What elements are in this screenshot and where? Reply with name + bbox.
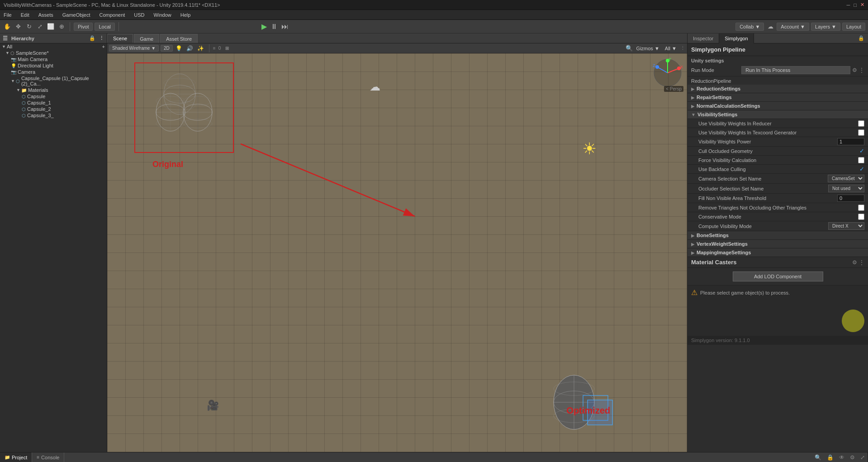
render-mode-btn[interactable]: Shaded Wireframe ▼ bbox=[109, 45, 159, 52]
toolbar-rotate[interactable]: ↻ bbox=[24, 22, 33, 31]
bottom-eye-icon[interactable]: 👁 bbox=[836, 454, 847, 461]
hierarchy-capsule-2[interactable]: ⬡ Capsule_2 bbox=[0, 106, 107, 112]
play-button[interactable]: ▶ bbox=[261, 22, 267, 31]
2d-btn[interactable]: 2D bbox=[161, 45, 173, 52]
grid-icon[interactable]: ⊞ bbox=[223, 44, 232, 53]
gizmos-btn[interactable]: Gizmos ▼ bbox=[635, 46, 661, 51]
bottom-tabs: 📁 Project ≡ Console 🔍 🔒 👁 ⚙ ⤢ bbox=[0, 452, 868, 462]
section-repair-settings[interactable]: ▶ RepairSettings bbox=[688, 93, 868, 102]
materials-arrow: ▼ bbox=[16, 88, 20, 92]
menu-window[interactable]: Window bbox=[152, 11, 173, 19]
hierarchy-camera[interactable]: 📷 Camera bbox=[0, 69, 107, 75]
section-normal-settings[interactable]: ▶ NormalCalculationSettings bbox=[688, 102, 868, 110]
hierarchy-main-camera[interactable]: 📷 Main Camera bbox=[0, 56, 107, 62]
dropdown-occluder-selection[interactable]: Not used bbox=[828, 185, 864, 192]
hierarchy-lock-icon[interactable]: 🔒 bbox=[89, 35, 95, 41]
row-occluder-selection: Occluder Selection Set Name Not used bbox=[688, 184, 868, 194]
bottom-expand-icon[interactable]: ⤢ bbox=[858, 454, 868, 461]
warning-icon: ⚠ bbox=[691, 288, 697, 297]
toolbar-scale[interactable]: ⤢ bbox=[35, 22, 44, 31]
hierarchy-directional-light[interactable]: 💡 Directional Light bbox=[0, 62, 107, 69]
material-settings-icon[interactable]: ⚙ bbox=[852, 259, 857, 266]
menu-edit[interactable]: Edit bbox=[19, 11, 31, 19]
pause-button[interactable]: ⏸ bbox=[270, 23, 278, 31]
section-visibility-settings[interactable]: ▼ VisibilitySettings bbox=[688, 110, 868, 119]
tab-asset-store[interactable]: Asset Store bbox=[160, 34, 198, 43]
run-menu-icon[interactable]: ⋮ bbox=[859, 67, 864, 73]
layout-button[interactable]: Layout bbox=[842, 23, 865, 31]
bottom-search-icon[interactable]: 🔍 bbox=[812, 454, 824, 461]
search-icon[interactable]: 🔍 bbox=[626, 45, 633, 52]
check-conservative-mode[interactable] bbox=[858, 214, 864, 220]
menu-gameobject[interactable]: GameObject bbox=[61, 11, 92, 19]
hierarchy-menu-icon[interactable]: ☰ bbox=[3, 35, 8, 42]
collab-button[interactable]: Collab ▼ bbox=[735, 23, 764, 31]
simplygon-title: Simplygon Pipeline bbox=[691, 46, 745, 53]
hierarchy-add-icon[interactable]: + bbox=[102, 44, 105, 49]
dropdown-camera-selection[interactable]: CameraSet bbox=[828, 175, 864, 182]
menu-file[interactable]: File bbox=[2, 11, 14, 19]
mapping-arrow: ▶ bbox=[691, 250, 695, 255]
cloud-icon[interactable]: ☁ bbox=[766, 22, 775, 31]
bottom-layout: 📁 Project ≡ Console 🔍 🔒 👁 ⚙ ⤢ + ⋮ bbox=[0, 452, 868, 462]
input-fill-non-visible[interactable] bbox=[837, 195, 864, 202]
toolbar-rect[interactable]: ⬜ bbox=[46, 22, 55, 31]
run-settings-icon[interactable]: ⚙ bbox=[852, 67, 857, 73]
toolbar: ✋ ✥ ↻ ⤢ ⬜ ⊕ Pivot Local ▶ ⏸ ⏭ Collab ▼ ☁… bbox=[0, 20, 868, 33]
layers-button[interactable]: Layers ▼ bbox=[811, 23, 840, 31]
account-button[interactable]: Account ▼ bbox=[777, 23, 809, 31]
section-bone-settings[interactable]: ▶ BoneSettings bbox=[688, 231, 868, 240]
tab-project-label: Project bbox=[12, 455, 27, 460]
tab-project[interactable]: 📁 Project bbox=[0, 452, 32, 462]
hierarchy-capsule-3[interactable]: ⬡ Capsule_3_ bbox=[0, 112, 107, 119]
close-btn[interactable]: ✕ bbox=[860, 2, 864, 8]
hierarchy-capsule[interactable]: ⬡ Capsule bbox=[0, 93, 107, 100]
hierarchy-all[interactable]: ▼ All + bbox=[0, 43, 107, 50]
hierarchy-capsule-group[interactable]: ▼ ⬡ Capsule_Capsule (1)_Capsule (2)_Ca..… bbox=[0, 75, 107, 87]
run-mode-row: Run Mode Run In This Process ⚙ ⋮ bbox=[688, 64, 868, 76]
check-vis-weights-reducer[interactable] bbox=[858, 120, 864, 127]
maximize-btn[interactable]: □ bbox=[854, 2, 857, 8]
check-vis-weights-texcoord[interactable] bbox=[858, 129, 864, 136]
material-menu-icon[interactable]: ⋮ bbox=[859, 259, 864, 266]
section-vertex-weight[interactable]: ▶ VertexWeightSettings bbox=[688, 240, 868, 248]
menu-usd[interactable]: USD bbox=[132, 11, 146, 19]
tab-simplygon[interactable]: Simplygon bbox=[719, 33, 754, 43]
bottom-lock-icon[interactable]: 🔒 bbox=[824, 454, 836, 461]
pivot-button[interactable]: Pivot bbox=[74, 23, 93, 31]
tab-inspector[interactable]: Inspector bbox=[688, 33, 719, 43]
bottom-options-icon[interactable]: ⚙ bbox=[847, 454, 858, 461]
toolbar-hand[interactable]: ✋ bbox=[3, 22, 12, 31]
effects-icon[interactable]: ✨ bbox=[196, 44, 205, 53]
hierarchy-samplescene[interactable]: ▼ ⬡ SampleScene* bbox=[0, 50, 107, 56]
scene-options-icon[interactable]: ⋮ bbox=[680, 45, 685, 51]
check-force-vis-calc[interactable] bbox=[858, 157, 864, 163]
section-reduction-settings[interactable]: ▶ ReductionSettings bbox=[688, 85, 868, 93]
tab-console[interactable]: ≡ Console bbox=[32, 452, 64, 462]
menu-help[interactable]: Help bbox=[179, 11, 193, 19]
menu-component[interactable]: Component bbox=[97, 11, 127, 19]
version-text: Simplygon version: 9.1.1.0 bbox=[691, 338, 750, 343]
hierarchy-capsule-1[interactable]: ⬡ Capsule_1 bbox=[0, 100, 107, 106]
tab-scene[interactable]: Scene bbox=[107, 34, 133, 43]
local-button[interactable]: Local bbox=[95, 23, 114, 31]
row-force-vis-calc: Force Visibility Calculation bbox=[688, 156, 868, 165]
check-remove-triangles[interactable] bbox=[858, 205, 864, 211]
audio-icon[interactable]: 🔊 bbox=[185, 44, 194, 53]
hierarchy-materials[interactable]: ▼ 📁 Materials bbox=[0, 87, 107, 93]
dropdown-compute-visibility[interactable]: Direct X bbox=[828, 222, 864, 230]
tab-game[interactable]: Game bbox=[134, 34, 159, 43]
minimize-btn[interactable]: ─ bbox=[847, 2, 850, 8]
optimized-mesh-svg bbox=[542, 366, 615, 438]
add-lod-button[interactable]: Add LOD Component bbox=[733, 271, 823, 281]
input-vis-weights-power[interactable] bbox=[837, 138, 864, 145]
all-layers-btn[interactable]: All ▼ bbox=[663, 46, 678, 51]
toolbar-move[interactable]: ✥ bbox=[14, 22, 23, 31]
section-mapping-image[interactable]: ▶ MappingImageSettings bbox=[688, 248, 868, 257]
menu-assets[interactable]: Assets bbox=[37, 11, 55, 19]
light-icon[interactable]: 💡 bbox=[175, 44, 184, 53]
hierarchy-options-icon[interactable]: ⋮ bbox=[99, 35, 104, 41]
right-panel-lock[interactable]: 🔒 bbox=[854, 35, 868, 41]
toolbar-transform[interactable]: ⊕ bbox=[57, 22, 66, 31]
step-button[interactable]: ⏭ bbox=[281, 23, 289, 31]
